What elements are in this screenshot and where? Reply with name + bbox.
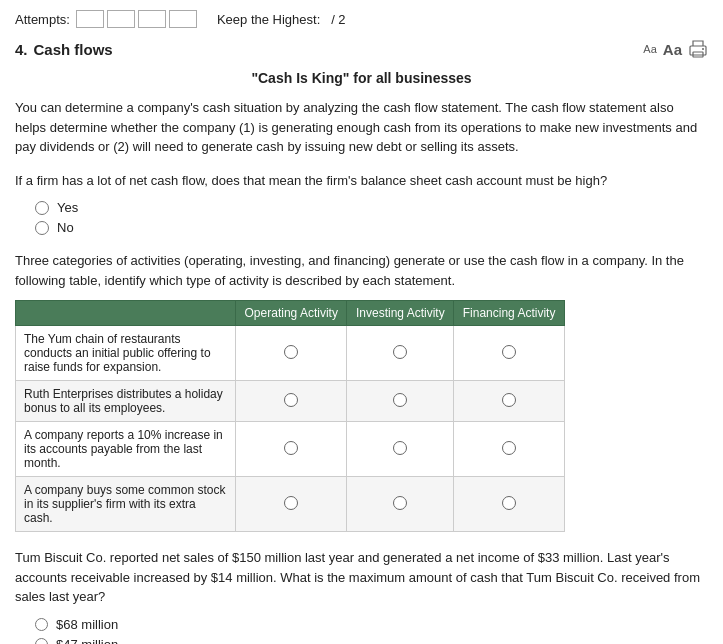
font-small-button[interactable]: Aa <box>643 43 656 55</box>
section-title: Cash flows <box>34 41 113 58</box>
radio-inv-1[interactable] <box>393 345 407 359</box>
q1-label-yes: Yes <box>57 200 78 215</box>
radio-fin-4[interactable] <box>502 496 516 510</box>
table-cell-inv-3[interactable] <box>347 422 454 477</box>
table-cell-statement-1: The Yum chain of restaurants conducts an… <box>16 326 236 381</box>
radio-inv-2[interactable] <box>393 393 407 407</box>
radio-inv-3[interactable] <box>393 441 407 455</box>
q2-radio-1[interactable] <box>35 618 48 631</box>
q1-radio-group: Yes No <box>35 200 708 235</box>
question-1-text: If a firm has a lot of net cash flow, do… <box>15 171 708 191</box>
table-cell-fin-2[interactable] <box>454 381 565 422</box>
keep-highest-label: Keep the Highest: / 2 <box>217 12 346 27</box>
q1-option-no[interactable]: No <box>35 220 708 235</box>
attempts-label: Attempts: <box>15 12 70 27</box>
table-cell-statement-3: A company reports a 10% increase in its … <box>16 422 236 477</box>
table-cell-op-1[interactable] <box>236 326 347 381</box>
table-cell-op-2[interactable] <box>236 381 347 422</box>
q1-option-yes[interactable]: Yes <box>35 200 708 215</box>
table-cell-inv-4[interactable] <box>347 477 454 532</box>
table-cell-statement-2: Ruth Enterprises distributes a holiday b… <box>16 381 236 422</box>
intro-text: You can determine a company's cash situa… <box>15 98 708 157</box>
radio-fin-1[interactable] <box>502 345 516 359</box>
table-cell-inv-2[interactable] <box>347 381 454 422</box>
table-cell-op-3[interactable] <box>236 422 347 477</box>
table-cell-fin-1[interactable] <box>454 326 565 381</box>
radio-op-1[interactable] <box>284 345 298 359</box>
attempt-box-1 <box>76 10 104 28</box>
table-cell-op-4[interactable] <box>236 477 347 532</box>
q2-label-2: $47 million <box>56 637 118 645</box>
table-row: The Yum chain of restaurants conducts an… <box>16 326 565 381</box>
attempt-box-4 <box>169 10 197 28</box>
attempt-box-3 <box>138 10 166 28</box>
q1-radio-no[interactable] <box>35 221 49 235</box>
radio-op-4[interactable] <box>284 496 298 510</box>
radio-inv-4[interactable] <box>393 496 407 510</box>
radio-fin-2[interactable] <box>502 393 516 407</box>
radio-op-2[interactable] <box>284 393 298 407</box>
attempt-box-2 <box>107 10 135 28</box>
q1-radio-yes[interactable] <box>35 201 49 215</box>
q2-option-1[interactable]: $68 million <box>35 617 708 632</box>
q2-radio-group: $68 million $47 million $136 million $10… <box>35 617 708 645</box>
table-intro-text: Three categories of activities (operatin… <box>15 251 708 290</box>
table-row: A company reports a 10% increase in its … <box>16 422 565 477</box>
table-cell-statement-4: A company buys some common stock in its … <box>16 477 236 532</box>
q2-option-2[interactable]: $47 million <box>35 637 708 645</box>
radio-fin-3[interactable] <box>502 441 516 455</box>
table-header-operating: Operating Activity <box>236 301 347 326</box>
table-cell-inv-1[interactable] <box>347 326 454 381</box>
table-header-financing: Financing Activity <box>454 301 565 326</box>
font-large-button[interactable]: Aa <box>663 41 682 58</box>
activity-table: Operating Activity Investing Activity Fi… <box>15 300 565 532</box>
attempt-boxes <box>76 10 197 28</box>
q2-label-1: $68 million <box>56 617 118 632</box>
printer-icon[interactable] <box>688 40 708 58</box>
q1-label-no: No <box>57 220 74 235</box>
section-number: 4. <box>15 41 28 58</box>
table-row: A company buys some common stock in its … <box>16 477 565 532</box>
content-title: "Cash Is King" for all businesses <box>15 70 708 86</box>
q2-radio-2[interactable] <box>35 638 48 645</box>
table-header-investing: Investing Activity <box>347 301 454 326</box>
q2-text: Tum Biscuit Co. reported net sales of $1… <box>15 548 708 607</box>
table-cell-fin-4[interactable] <box>454 477 565 532</box>
svg-point-2 <box>702 48 704 50</box>
table-row: Ruth Enterprises distributes a holiday b… <box>16 381 565 422</box>
font-controls: Aa Aa <box>643 40 708 58</box>
table-header-statement <box>16 301 236 326</box>
radio-op-3[interactable] <box>284 441 298 455</box>
table-cell-fin-3[interactable] <box>454 422 565 477</box>
top-bar: Attempts: Keep the Highest: / 2 <box>15 10 708 28</box>
section-header: 4. Cash flows Aa Aa <box>15 40 708 58</box>
